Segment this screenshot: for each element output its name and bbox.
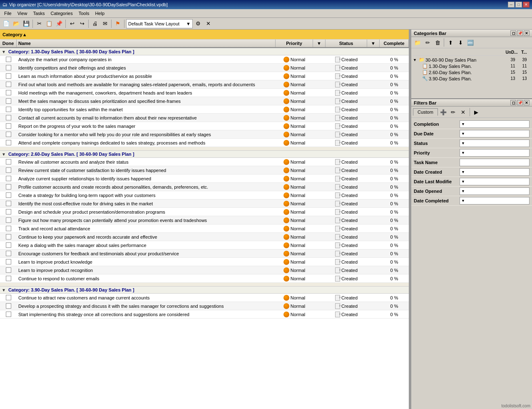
filter-apply-btn[interactable]: ▶ [472, 107, 481, 117]
task-checkbox[interactable] [6, 312, 11, 317]
filter-new-btn[interactable]: ➕ [439, 107, 448, 117]
col-status[interactable]: Status [326, 40, 367, 47]
cat-bar-float-btn[interactable]: 📌 [517, 30, 523, 36]
menu-categories[interactable]: Categories [48, 10, 75, 17]
cat-add-btn[interactable]: 📁 [413, 38, 422, 47]
task-checkbox[interactable] [6, 82, 11, 87]
col-name[interactable]: Name [17, 40, 276, 47]
col-priority[interactable]: Priority [276, 40, 313, 47]
toolbar-new-btn[interactable]: 📄 [2, 19, 11, 28]
task-checkbox[interactable] [6, 115, 11, 120]
task-checkbox[interactable] [6, 184, 11, 190]
task-checkbox[interactable] [6, 73, 11, 79]
cat-tree-subitem[interactable]: 📋 2.60-Day Sales Plan. 15 15 [413, 69, 530, 75]
task-checkbox[interactable] [6, 140, 11, 145]
task-checkbox[interactable] [6, 267, 11, 273]
category-spacer [0, 147, 409, 150]
task-checkbox[interactable] [6, 217, 11, 223]
toolbar-print-btn[interactable]: 🖨 [90, 19, 99, 28]
filter-value[interactable]: ▼ [460, 149, 530, 157]
task-checkbox[interactable] [6, 90, 11, 95]
task-checkbox[interactable] [6, 251, 11, 256]
cat-tree-subitem[interactable]: 📋 1.30-Day Sales Plan. 11 11 [413, 63, 530, 69]
task-checkbox[interactable] [6, 259, 11, 264]
task-checkbox[interactable] [6, 303, 11, 309]
filter-value[interactable]: ▼ [460, 187, 530, 195]
toolbar-undo-btn[interactable]: ↩ [67, 19, 77, 28]
filter-value[interactable]: ▼ [460, 140, 530, 147]
task-checkbox[interactable] [6, 192, 11, 198]
task-checkbox[interactable] [6, 201, 11, 206]
filter-value[interactable]: ▼ [460, 197, 530, 204]
toolbar-flag-btn[interactable]: ⚑ [113, 19, 122, 28]
menu-tasks[interactable]: Tasks [30, 10, 47, 17]
menu-view[interactable]: View [15, 10, 30, 17]
task-checkbox[interactable] [6, 132, 11, 137]
minimize-button[interactable]: ─ [508, 2, 515, 7]
task-checkbox[interactable] [6, 295, 11, 300]
col-status-filter[interactable]: ▼ [367, 40, 380, 47]
status-icon [335, 295, 340, 301]
filter-bar-restore-btn[interactable]: ◻ [510, 100, 516, 105]
filter-value[interactable]: ▼ [460, 168, 530, 176]
task-checkbox[interactable] [6, 209, 11, 214]
filter-bar-close-btn[interactable]: ✕ [524, 100, 530, 105]
toolbar-open-btn[interactable]: 📂 [12, 19, 21, 28]
menu-tools[interactable]: Tools [76, 10, 92, 17]
toolbar-paste-btn[interactable]: 📌 [55, 19, 64, 28]
cat-edit-btn[interactable]: ✏ [423, 38, 432, 47]
col-done[interactable]: Done [0, 40, 17, 47]
layout-dropdown[interactable]: Default Task View Layout ▼ [126, 19, 193, 28]
col-priority-filter[interactable]: ▼ [313, 40, 326, 47]
col-complete[interactable]: Complete [380, 40, 409, 47]
task-checkbox[interactable] [6, 234, 11, 239]
task-checkbox[interactable] [6, 242, 11, 248]
menu-help[interactable]: Help [92, 10, 107, 17]
category-expand-icon[interactable]: ▼ [2, 50, 6, 54]
title-bar-left: 🗂 Vip organizer [C:\Users\dmitry\Desktop… [2, 2, 168, 7]
category-expand-icon[interactable]: ▼ [2, 288, 6, 292]
tree-expand-icon[interactable]: ▼ [413, 58, 418, 62]
menu-file[interactable]: File [2, 10, 14, 17]
cat-up-btn[interactable]: ⬆ [446, 38, 455, 47]
task-checkbox[interactable] [6, 176, 11, 181]
task-list[interactable]: ▼Category: 1.30-Day Sales Plan. [ 30-60-… [0, 48, 409, 409]
close-button[interactable]: ✕ [523, 2, 530, 7]
toolbar-layout-del-btn[interactable]: ✕ [204, 19, 213, 28]
task-checkbox[interactable] [6, 123, 11, 129]
filter-value[interactable]: ▼ [460, 130, 530, 137]
toolbar-save-btn[interactable]: 💾 [22, 19, 31, 28]
task-checkbox[interactable] [6, 107, 11, 112]
cat-tree-subitem[interactable]: 🔧 3.90-Day Sales Plan. 13 13 [413, 75, 530, 82]
cat-bar-restore-btn[interactable]: ◻ [510, 30, 516, 36]
priority-text: Normal [291, 243, 305, 248]
filter-bar-float-btn[interactable]: 📌 [517, 100, 523, 105]
status-icon [335, 209, 340, 215]
task-checkbox[interactable] [6, 65, 11, 70]
filter-value[interactable]: ▼ [460, 178, 530, 185]
toolbar-layout-settings-btn[interactable]: ⚙ [194, 19, 203, 28]
task-checkbox[interactable] [6, 159, 11, 165]
task-checkbox[interactable] [6, 57, 11, 62]
task-checkbox[interactable] [6, 98, 11, 104]
filter-edit-btn[interactable]: ✏ [449, 107, 458, 117]
category-expand-icon[interactable]: ▼ [2, 152, 6, 157]
toolbar-copy-btn[interactable]: 📋 [45, 19, 54, 28]
filter-tab-custom[interactable]: Custom [413, 108, 438, 116]
filter-value[interactable]: ▼ [460, 120, 530, 128]
task-checkbox[interactable] [6, 226, 11, 231]
task-checkbox[interactable] [6, 167, 11, 173]
cat-bar-close-btn[interactable]: ✕ [524, 30, 530, 36]
toolbar-redo-btn[interactable]: ↪ [77, 19, 87, 28]
filter-value[interactable] [460, 159, 530, 166]
cat-tree-item[interactable]: ▼ 📁 30-60-90 Day Sales Plan 39 39 [413, 57, 530, 63]
cat-down-btn[interactable]: ⬇ [456, 38, 465, 47]
maximize-button[interactable]: □ [515, 2, 522, 7]
cat-del-btn[interactable]: 🗑 [433, 38, 442, 47]
cat-sort-btn[interactable]: 🔤 [466, 38, 475, 47]
filter-del-btn[interactable]: ✕ [459, 107, 468, 117]
task-checkbox[interactable] [6, 276, 11, 281]
toolbar-cut-btn[interactable]: ✂ [35, 19, 44, 28]
toolbar-email-btn[interactable]: ✉ [100, 19, 109, 28]
category-bar-sort[interactable]: ▲ [22, 32, 27, 37]
